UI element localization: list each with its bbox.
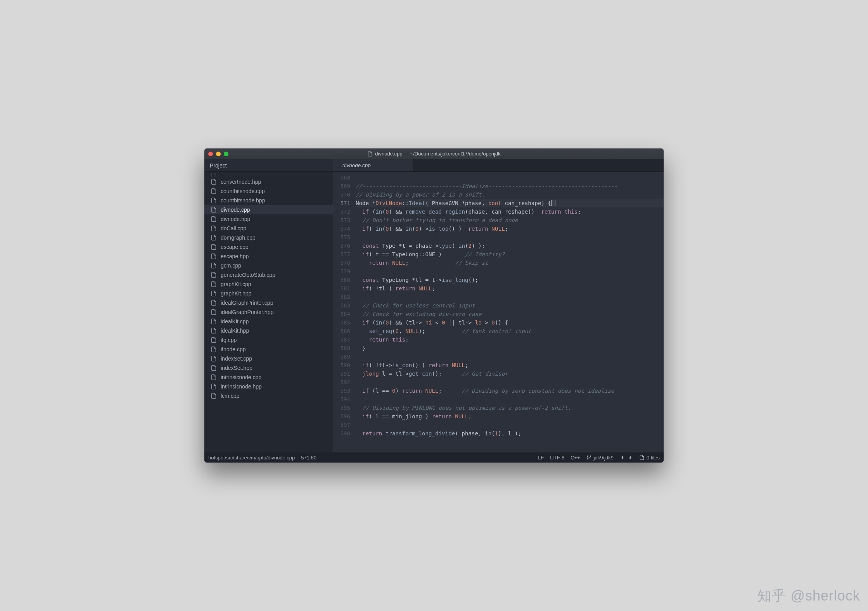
tree-item-label: graphKit.hpp bbox=[221, 290, 251, 297]
tree-item[interactable]: escape.cpp bbox=[204, 242, 333, 252]
file-icon bbox=[211, 244, 217, 250]
file-icon bbox=[211, 207, 217, 213]
tree-item-label: escape.cpp bbox=[221, 244, 249, 250]
titlebar: divnode.cpp — ~/Documents/jokerconf17/de… bbox=[204, 148, 664, 159]
tree-item-label: gcm.cpp bbox=[221, 262, 241, 269]
tree-item-label: idealKit.cpp bbox=[221, 318, 249, 324]
tree-item-label: idealGraphPrinter.cpp bbox=[221, 300, 273, 306]
status-cursor[interactable]: 571:60 bbox=[301, 455, 316, 461]
tree-item[interactable]: idealKit.cpp bbox=[204, 317, 333, 326]
file-icon bbox=[211, 346, 217, 352]
status-eol[interactable]: LF bbox=[538, 455, 544, 461]
file-icon bbox=[211, 179, 217, 185]
tree-item[interactable]: generateOptoStub.cpp bbox=[204, 270, 333, 280]
tab-divnode[interactable]: divnode.cpp bbox=[333, 159, 414, 171]
tree-item[interactable]: indexSet.cpp bbox=[204, 354, 333, 363]
tree-item[interactable]: idealKit.hpp bbox=[204, 326, 333, 335]
sidebar-header[interactable]: Project bbox=[204, 159, 333, 172]
file-icon bbox=[211, 328, 217, 334]
tree-item-label: generateOptoStub.cpp bbox=[221, 272, 275, 278]
file-icon bbox=[211, 225, 217, 231]
tree-item-label: idealKit.hpp bbox=[221, 328, 249, 334]
tree-item[interactable]: countbitsnode.hpp bbox=[204, 196, 333, 205]
tree-item-label: graphKit.cpp bbox=[221, 281, 251, 287]
status-git-branch[interactable]: jdk9/jdk9 bbox=[586, 455, 614, 461]
tree-item[interactable]: indexSet.hpp bbox=[204, 363, 333, 373]
editor[interactable]: 5685695705715725735745755765775785795805… bbox=[333, 172, 664, 452]
file-tree[interactable]: convertnode.hppcountbitsnode.cppcountbit… bbox=[204, 172, 333, 452]
close-icon[interactable] bbox=[208, 152, 213, 156]
tree-item-label: divnode.hpp bbox=[221, 216, 250, 222]
file-icon bbox=[211, 318, 217, 324]
tree-item-label: lcm.cpp bbox=[221, 393, 239, 399]
window-title: divnode.cpp — ~/Documents/jokerconf17/de… bbox=[375, 151, 500, 157]
tree-item-label: escape.hpp bbox=[221, 253, 249, 259]
tree-item[interactable]: doCall.cpp bbox=[204, 224, 333, 233]
status-files[interactable]: 0 files bbox=[639, 455, 660, 461]
status-bar: hotspot/src/share/vm/opto/divnode.cpp 57… bbox=[204, 452, 664, 463]
status-path[interactable]: hotspot/src/share/vm/opto/divnode.cpp bbox=[208, 455, 295, 461]
file-icon bbox=[211, 393, 217, 399]
status-encoding[interactable]: UTF-8 bbox=[550, 455, 564, 461]
tree-item[interactable]: graphKit.cpp bbox=[204, 280, 333, 289]
file-icon bbox=[211, 216, 217, 222]
traffic-lights bbox=[208, 152, 228, 156]
tree-item-label: countbitsnode.cpp bbox=[221, 188, 265, 194]
tree-item[interactable]: idealGraphPrinter.hpp bbox=[204, 307, 333, 317]
tree-item[interactable]: intrinsicnode.cpp bbox=[204, 373, 333, 382]
git-pull-icon[interactable] bbox=[628, 455, 633, 460]
file-icon bbox=[211, 235, 217, 241]
file-icon bbox=[211, 383, 217, 390]
tree-item-label: intrinsicnode.cpp bbox=[221, 374, 261, 380]
tree-item[interactable]: ifg.cpp bbox=[204, 335, 333, 345]
file-icon bbox=[211, 309, 217, 315]
tree-item[interactable]: lcm.cpp bbox=[204, 391, 333, 400]
tree-item[interactable]: convertnode.hpp bbox=[204, 177, 333, 186]
tree-item-label: ifnode.cpp bbox=[221, 346, 246, 352]
tree-item-label: divnode.cpp bbox=[221, 207, 250, 213]
tab-bar: divnode.cpp bbox=[333, 159, 664, 172]
zoom-icon[interactable] bbox=[224, 152, 228, 156]
tree-item[interactable]: gcm.cpp bbox=[204, 261, 333, 270]
file-icon bbox=[211, 253, 217, 259]
file-icon bbox=[639, 455, 645, 460]
code-area[interactable]: //------------------------------Idealize… bbox=[354, 172, 664, 452]
tree-item-label: domgraph.cpp bbox=[221, 235, 256, 241]
tree-item[interactable]: divnode.hpp bbox=[204, 214, 333, 224]
git-branch-icon bbox=[586, 455, 592, 460]
svg-point-0 bbox=[587, 456, 588, 456]
document-icon bbox=[367, 151, 373, 157]
tree-item-label: intrinsicnode.hpp bbox=[221, 383, 262, 390]
tree-item[interactable]: domgraph.cpp bbox=[204, 233, 333, 242]
tree-item-label: countbitsnode.hpp bbox=[221, 197, 265, 204]
tree-item-label: indexSet.cpp bbox=[221, 356, 252, 362]
tree-item[interactable]: idealGraphPrinter.cpp bbox=[204, 298, 333, 307]
tree-item[interactable]: countbitsnode.cpp bbox=[204, 186, 333, 196]
file-icon bbox=[211, 337, 217, 343]
tree-item[interactable]: ifnode.cpp bbox=[204, 345, 333, 354]
file-icon bbox=[211, 281, 217, 287]
status-language[interactable]: C++ bbox=[571, 455, 580, 461]
tree-item-label: ifg.cpp bbox=[221, 337, 237, 343]
file-icon bbox=[211, 356, 217, 362]
tree-item-label: doCall.cpp bbox=[221, 225, 246, 231]
tree-item[interactable]: divnode.cpp bbox=[204, 205, 333, 214]
tree-item-label: indexSet.hpp bbox=[221, 365, 252, 371]
file-icon bbox=[211, 365, 217, 371]
watermark: 知乎 @sherlock bbox=[757, 587, 860, 606]
file-icon bbox=[211, 290, 217, 297]
file-icon bbox=[211, 262, 217, 269]
line-number-gutter: 5685695705715725735745755765775785795805… bbox=[333, 172, 354, 452]
git-push-icon[interactable] bbox=[620, 455, 625, 460]
tree-item[interactable]: escape.hpp bbox=[204, 252, 333, 261]
svg-point-2 bbox=[590, 456, 591, 456]
sidebar-title: Project bbox=[210, 162, 227, 169]
tree-item[interactable]: intrinsicnode.hpp bbox=[204, 382, 333, 391]
file-icon bbox=[211, 374, 217, 380]
tab-label: divnode.cpp bbox=[342, 162, 371, 168]
tree-item[interactable]: graphKit.hpp bbox=[204, 289, 333, 298]
minimize-icon[interactable] bbox=[216, 152, 221, 156]
file-icon bbox=[211, 197, 217, 204]
project-sidebar: Project convertnode.hppcountbitsnode.cpp… bbox=[204, 159, 333, 452]
tree-item-label: idealGraphPrinter.hpp bbox=[221, 309, 273, 315]
